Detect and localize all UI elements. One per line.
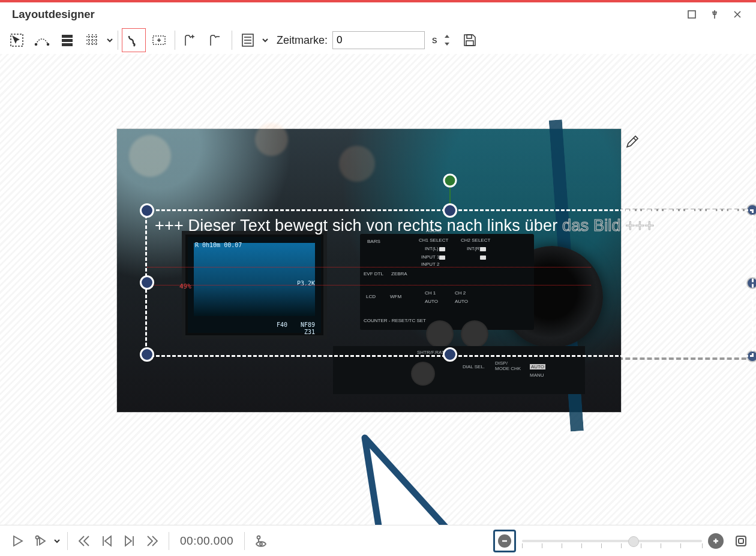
zeitmarke-unit: s bbox=[432, 34, 437, 46]
panel-label: MANU bbox=[530, 372, 544, 378]
rows-tool[interactable] bbox=[55, 28, 79, 52]
canvas-area[interactable]: R 0h10m 00.07 P3.2K F40 NF89 Z31 49% AUD… bbox=[0, 54, 756, 525]
zeitmarke-label: Zeitmarke: bbox=[277, 34, 328, 47]
svg-rect-6 bbox=[62, 43, 73, 46]
camera-frame-tool[interactable] bbox=[147, 28, 171, 52]
timecode-display: 00:00.000 bbox=[180, 534, 233, 548]
preview-frame[interactable]: R 0h10m 00.07 P3.2K F40 NF89 Z31 49% AUD… bbox=[117, 129, 621, 412]
separator bbox=[244, 532, 245, 550]
window-title: Layoutdesigner bbox=[12, 8, 95, 21]
edit-text-icon[interactable] bbox=[625, 134, 641, 151]
overlay-text[interactable]: +++ Dieser Text bewegt sich von rechts n… bbox=[155, 217, 654, 235]
zeitmarke-input[interactable] bbox=[332, 31, 425, 49]
next-frame-button[interactable] bbox=[119, 531, 140, 551]
panel-label: AUTO bbox=[530, 364, 545, 369]
svg-point-3 bbox=[47, 44, 49, 46]
keyframe-add-tool[interactable] bbox=[179, 28, 203, 52]
prev-frame-button[interactable] bbox=[97, 531, 117, 551]
zoom-controls bbox=[493, 530, 749, 552]
separator bbox=[118, 31, 118, 50]
zoom-fit-button[interactable] bbox=[733, 533, 749, 549]
panel-label: DIAL SEL. bbox=[463, 364, 485, 369]
select-tool[interactable] bbox=[5, 28, 29, 52]
zoom-slider[interactable] bbox=[522, 534, 702, 548]
zoom-out-button[interactable] bbox=[493, 530, 516, 552]
zeitmarke-up[interactable] bbox=[442, 32, 452, 40]
motion-path-tool[interactable] bbox=[122, 28, 146, 52]
goto-start-button[interactable] bbox=[74, 531, 94, 551]
pin-button[interactable] bbox=[703, 2, 726, 26]
maximize-button[interactable] bbox=[680, 2, 703, 26]
handle-tc[interactable] bbox=[443, 203, 457, 218]
properties-tool[interactable] bbox=[236, 28, 260, 52]
visibility-toggle[interactable] bbox=[251, 531, 271, 551]
svg-rect-10 bbox=[466, 41, 473, 46]
properties-dropdown[interactable] bbox=[261, 37, 269, 43]
bottom-bar: 00:00.000 bbox=[0, 525, 756, 556]
svg-rect-15 bbox=[739, 539, 743, 543]
svg-point-11 bbox=[36, 536, 39, 539]
overlay-text-main: +++ Dieser Text bewegt sich von rechts n… bbox=[155, 217, 562, 235]
grid-dropdown[interactable] bbox=[106, 37, 114, 43]
rotation-handle[interactable] bbox=[443, 174, 457, 188]
svg-rect-14 bbox=[736, 536, 746, 546]
panel-label: DISP/ MODE CHK bbox=[495, 360, 521, 371]
svg-rect-4 bbox=[62, 35, 73, 38]
title-bar: Layoutdesigner bbox=[0, 2, 756, 26]
play-dropdown[interactable] bbox=[53, 538, 61, 544]
separator bbox=[169, 532, 169, 550]
svg-point-2 bbox=[35, 44, 37, 46]
overlay-text-ghost: das Bild +++ bbox=[562, 217, 654, 235]
svg-point-13 bbox=[260, 543, 262, 545]
handle-tl[interactable] bbox=[140, 203, 154, 218]
svg-rect-5 bbox=[62, 39, 73, 42]
svg-point-12 bbox=[257, 536, 260, 539]
svg-rect-0 bbox=[688, 11, 695, 18]
grid-tool[interactable] bbox=[80, 28, 104, 52]
play-range-button[interactable] bbox=[30, 531, 50, 551]
separator bbox=[232, 31, 232, 50]
separator bbox=[175, 31, 175, 50]
play-button[interactable] bbox=[7, 531, 28, 551]
instruction-arrow bbox=[347, 426, 503, 525]
zeitmarke-down[interactable] bbox=[442, 40, 452, 49]
save-button[interactable] bbox=[458, 28, 482, 52]
keyframe-remove-tool[interactable] bbox=[204, 28, 228, 52]
svg-rect-9 bbox=[467, 35, 472, 38]
handle-bc[interactable] bbox=[443, 347, 457, 362]
zoom-slider-thumb[interactable] bbox=[628, 536, 639, 547]
zoom-in-button[interactable] bbox=[708, 533, 724, 549]
goto-end-button[interactable] bbox=[142, 531, 163, 551]
handle-bl[interactable] bbox=[140, 347, 154, 362]
toolbar: Zeitmarke: s bbox=[0, 26, 756, 54]
path-tool[interactable] bbox=[30, 28, 54, 52]
separator bbox=[67, 532, 68, 550]
close-button[interactable] bbox=[726, 2, 749, 26]
handle-ml[interactable] bbox=[140, 275, 154, 290]
